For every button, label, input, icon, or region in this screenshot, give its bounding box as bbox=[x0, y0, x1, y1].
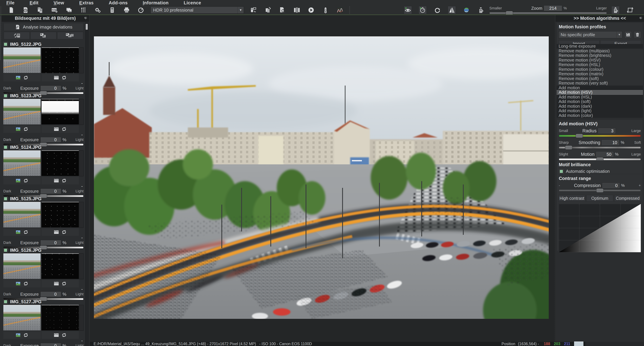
sync-icon[interactable] bbox=[61, 178, 67, 184]
play-icon[interactable] bbox=[307, 6, 315, 14]
zoom-value[interactable]: 214 bbox=[544, 5, 562, 11]
new-document-icon[interactable] bbox=[8, 6, 15, 14]
gradient-image-icon[interactable] bbox=[54, 126, 59, 132]
save-profile-button[interactable] bbox=[624, 31, 632, 38]
zoom-slider[interactable] bbox=[489, 11, 607, 15]
deviation-thumbnail[interactable] bbox=[42, 254, 79, 279]
menu-file[interactable]: File bbox=[0, 0, 23, 6]
exposure-value[interactable]: 0 bbox=[40, 343, 61, 346]
gradient-image-icon[interactable] bbox=[54, 178, 59, 184]
exposure-value[interactable]: 0 bbox=[40, 137, 61, 142]
image-thumbnail[interactable] bbox=[3, 305, 40, 330]
landscape-icon[interactable] bbox=[15, 178, 21, 184]
view-mode-triple-button[interactable] bbox=[57, 32, 83, 39]
sync-icon[interactable] bbox=[61, 229, 67, 235]
algorithm-item[interactable]: Remove motion (HSV) bbox=[556, 58, 643, 62]
export-icon[interactable] bbox=[137, 6, 145, 14]
image-checkbox[interactable] bbox=[3, 248, 8, 252]
image-canvas[interactable] bbox=[90, 15, 556, 342]
collapse-button[interactable]: - bbox=[81, 81, 83, 85]
menu-add-ons[interactable]: Add-ons bbox=[102, 0, 136, 6]
deviation-thumbnail[interactable] bbox=[42, 202, 79, 228]
sync-icon[interactable] bbox=[23, 178, 29, 184]
algorithm-item[interactable]: Add motion (dark) bbox=[556, 104, 643, 109]
sync-icon[interactable] bbox=[23, 281, 29, 286]
batch-documents-icon[interactable] bbox=[36, 6, 44, 14]
image-checkbox[interactable] bbox=[3, 145, 8, 150]
image-checkbox[interactable] bbox=[3, 300, 8, 304]
landscape-icon[interactable] bbox=[15, 75, 21, 80]
image-thumbnail[interactable] bbox=[3, 150, 40, 176]
histogram-icon[interactable] bbox=[336, 6, 344, 14]
exposure-value[interactable]: 0 bbox=[40, 86, 61, 91]
menu-information[interactable]: Information bbox=[136, 0, 177, 6]
gradient-image-icon[interactable] bbox=[54, 332, 59, 338]
sync-icon[interactable] bbox=[61, 332, 67, 338]
algorithm-item[interactable]: Add motion (color) bbox=[556, 113, 643, 118]
algorithm-item[interactable]: Add motion (HSL) bbox=[556, 95, 643, 100]
collapse-button[interactable]: - bbox=[81, 338, 83, 343]
optimum-button[interactable]: Optimum bbox=[586, 195, 613, 202]
image-thumbnail[interactable] bbox=[3, 99, 40, 124]
algorithm-item[interactable]: Remove motion (multipass) bbox=[556, 49, 643, 53]
zoom-in-image-icon[interactable] bbox=[612, 6, 620, 14]
high-contrast-button[interactable]: High contrast bbox=[558, 195, 585, 202]
compression-value[interactable]: 0 bbox=[602, 183, 620, 188]
collapse-button[interactable]: - bbox=[81, 236, 83, 240]
radius-slider[interactable] bbox=[559, 134, 641, 138]
algorithm-item[interactable]: Remove motion (soft) bbox=[556, 76, 643, 81]
raw-settings-icon[interactable] bbox=[51, 6, 58, 14]
motion-value[interactable]: 50 bbox=[596, 152, 614, 157]
rotate-pages-icon[interactable] bbox=[264, 6, 272, 14]
menu-edit[interactable]: Edit bbox=[23, 0, 47, 6]
auto-optimisation-checkbox[interactable] bbox=[559, 169, 564, 174]
sync-icon[interactable] bbox=[61, 126, 67, 132]
algorithm-item[interactable]: Remove motion (HSL) bbox=[556, 62, 643, 67]
landscape-icon[interactable] bbox=[15, 229, 21, 235]
sync-icon[interactable] bbox=[61, 281, 67, 286]
landscape-icon[interactable] bbox=[15, 332, 21, 338]
algorithm-item[interactable]: Remove motion (brightness) bbox=[556, 53, 643, 58]
image-stack-icon[interactable] bbox=[65, 6, 73, 14]
menu-extras[interactable]: Extras bbox=[73, 0, 102, 6]
algorithm-item[interactable]: Add motion bbox=[556, 86, 643, 90]
collapse-button[interactable]: - bbox=[81, 132, 83, 137]
sync-icon[interactable] bbox=[23, 332, 29, 338]
gradient-image-icon[interactable] bbox=[54, 281, 59, 286]
menu-licence[interactable]: Licence bbox=[177, 0, 210, 6]
collapse-button[interactable]: - bbox=[81, 287, 83, 291]
compare-timer-icon[interactable] bbox=[418, 6, 427, 14]
algorithm-item[interactable]: Add motion (light) bbox=[556, 108, 643, 113]
layout-icon[interactable] bbox=[293, 6, 300, 14]
color-globe-icon[interactable] bbox=[462, 6, 470, 14]
algorithm-item[interactable]: Add motion (soft) bbox=[556, 99, 643, 104]
algorithm-item[interactable]: Remove motion (very soft) bbox=[556, 81, 643, 86]
analyse-image-deviations-button[interactable]: Analyse image deviations bbox=[4, 23, 84, 31]
deviation-thumbnail[interactable] bbox=[42, 99, 79, 124]
exposure-value[interactable]: 0 bbox=[40, 240, 61, 245]
smoothing-slider[interactable] bbox=[559, 146, 641, 149]
preset-select[interactable]: HDR 10 professional ▼ bbox=[150, 6, 244, 14]
algorithm-item[interactable]: Remove motion (matrix) bbox=[556, 72, 643, 76]
card-reader-icon[interactable] bbox=[108, 6, 116, 14]
menu-view[interactable]: View bbox=[47, 0, 73, 6]
gradient-image-icon[interactable] bbox=[54, 75, 59, 80]
toolbar-drag-handle[interactable] bbox=[1, 6, 3, 14]
device-export-icon[interactable] bbox=[250, 6, 257, 14]
deviation-thumbnail[interactable] bbox=[42, 305, 79, 330]
image-thumbnail[interactable] bbox=[3, 48, 40, 73]
exposure-value[interactable]: 0 bbox=[40, 188, 61, 194]
deviation-thumbnail[interactable] bbox=[42, 150, 79, 176]
algorithm-item[interactable]: Long-time exposure bbox=[556, 44, 643, 49]
sync-icon[interactable] bbox=[23, 126, 29, 132]
landscape-icon[interactable] bbox=[15, 281, 21, 286]
left-panel-scrollbar[interactable] bbox=[85, 22, 88, 346]
panel-pin-icon[interactable] bbox=[639, 16, 643, 20]
algorithm-item[interactable]: Remove motion (colour) bbox=[556, 67, 643, 72]
rotate-canvas-icon[interactable] bbox=[626, 6, 634, 14]
main-photo[interactable] bbox=[94, 36, 549, 319]
landscape-icon[interactable] bbox=[15, 126, 21, 132]
delete-profile-button[interactable] bbox=[634, 31, 641, 38]
radius-value[interactable]: 3 bbox=[598, 128, 616, 134]
image-thumbnail[interactable] bbox=[3, 202, 40, 228]
